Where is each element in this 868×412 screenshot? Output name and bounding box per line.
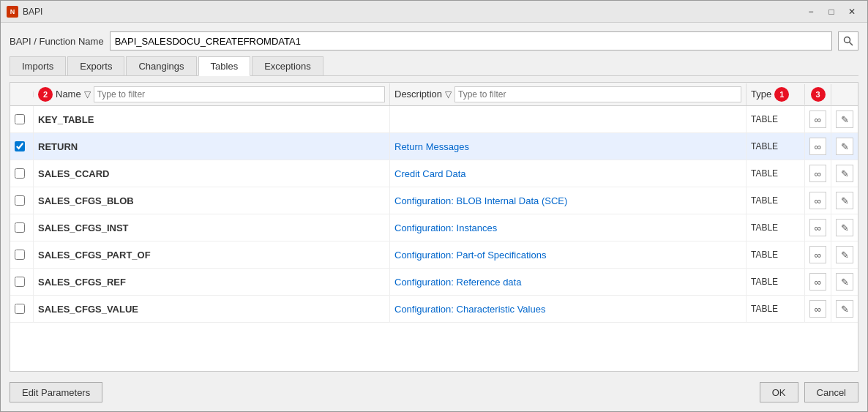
window-title: BAPI	[23, 7, 801, 17]
infinity-button[interactable]: ∞	[809, 192, 826, 209]
infinity-button[interactable]: ∞	[809, 300, 826, 318]
header-name-label: Name	[56, 89, 81, 100]
header-name: 2 Name ▽	[34, 83, 390, 105]
row-checkbox[interactable]	[15, 222, 25, 233]
table-header: 2 Name ▽ Description ▽ Type 1 3	[10, 83, 858, 106]
cancel-button[interactable]: Cancel	[804, 382, 858, 402]
row-edit: ✎	[831, 269, 858, 295]
row-check	[10, 269, 34, 295]
function-name-input[interactable]	[110, 31, 832, 50]
row-edit: ✎	[831, 296, 858, 322]
row-checkbox[interactable]	[15, 304, 25, 314]
row-edit: ✎	[831, 241, 858, 268]
table-body: KEY_TABLE TABLE ∞ ✎ RETURN R	[10, 106, 858, 371]
table-row: SALES_CFGS_VALUE Configuration: Characte…	[10, 296, 858, 323]
description-filter-icon: ▽	[445, 89, 452, 100]
row-edit: ✎	[831, 187, 858, 214]
row-check	[10, 187, 34, 214]
edit-button[interactable]: ✎	[836, 192, 853, 209]
table-row: SALES_CFGS_REF Configuration: Reference …	[10, 269, 858, 296]
header-description: Description ▽	[390, 83, 747, 105]
row-name: SALES_CFGS_VALUE	[34, 296, 390, 322]
footer: Edit Parameters OK Cancel	[10, 378, 858, 402]
edit-button[interactable]: ✎	[836, 300, 853, 318]
row-name: SALES_CFGS_REF	[34, 269, 390, 295]
row-checkbox[interactable]	[15, 250, 25, 260]
row-type: TABLE	[747, 187, 805, 214]
row-checkbox[interactable]	[15, 195, 25, 206]
close-button[interactable]: ✕	[842, 4, 861, 19]
table-row: SALES_CFGS_BLOB Configuration: BLOB Inte…	[10, 187, 858, 214]
row-check	[10, 160, 34, 187]
row-infinity: ∞	[805, 187, 831, 214]
row-type: TABLE	[747, 106, 805, 132]
row-description: Configuration: Instances	[390, 214, 747, 241]
tab-tables[interactable]: Tables	[198, 56, 251, 76]
edit-button[interactable]: ✎	[836, 219, 853, 236]
ok-button[interactable]: OK	[760, 382, 798, 402]
table-row: KEY_TABLE TABLE ∞ ✎	[10, 106, 858, 133]
header-check	[10, 91, 34, 97]
row-infinity: ∞	[805, 133, 831, 160]
tab-imports[interactable]: Imports	[10, 56, 66, 75]
header-actions	[831, 91, 858, 97]
row-infinity: ∞	[805, 269, 831, 295]
infinity-button[interactable]: ∞	[809, 138, 826, 155]
main-content: BAPI / Function Name Imports Exports Cha…	[1, 23, 867, 411]
table-row: SALES_CFGS_PART_OF Configuration: Part-o…	[10, 241, 858, 269]
row-checkbox[interactable]	[15, 168, 25, 179]
name-filter-input[interactable]	[94, 86, 385, 102]
maximize-button[interactable]: □	[822, 4, 841, 19]
type-badge: 1	[774, 87, 789, 102]
row-checkbox[interactable]	[15, 141, 25, 151]
row-name: SALES_CFGS_INST	[34, 214, 390, 241]
row-infinity: ∞	[805, 214, 831, 241]
table-row: RETURN Return Messages TABLE ∞ ✎	[10, 133, 858, 160]
edit-button[interactable]: ✎	[836, 165, 853, 182]
edit-button[interactable]: ✎	[836, 273, 853, 291]
row-type: TABLE	[747, 214, 805, 241]
minimize-button[interactable]: −	[801, 4, 820, 19]
title-bar: N BAPI − □ ✕	[1, 1, 867, 23]
row-name: SALES_CFGS_PART_OF	[34, 241, 390, 268]
table-row: SALES_CCARD Credit Card Data TABLE ∞ ✎	[10, 160, 858, 187]
row-infinity: ∞	[805, 160, 831, 187]
row-type: TABLE	[747, 133, 805, 160]
row-type: TABLE	[747, 269, 805, 295]
row-description: Credit Card Data	[390, 160, 747, 187]
header-type-label: Type	[751, 89, 771, 100]
row-description: Configuration: Characteristic Values	[390, 296, 747, 322]
row-name: SALES_CCARD	[34, 160, 390, 187]
header-description-label: Description	[394, 89, 442, 100]
svg-point-0	[845, 37, 850, 43]
row-checkbox[interactable]	[15, 114, 25, 124]
edit-button[interactable]: ✎	[836, 138, 853, 155]
infinity-button[interactable]: ∞	[809, 219, 826, 236]
tab-exceptions[interactable]: Exceptions	[252, 56, 323, 75]
row-check	[10, 241, 34, 268]
edit-parameters-button[interactable]: Edit Parameters	[10, 382, 102, 402]
footer-right: OK Cancel	[760, 382, 858, 402]
row-description: Configuration: Reference data	[390, 269, 747, 295]
row-edit: ✎	[831, 160, 858, 187]
infinity-button[interactable]: ∞	[809, 246, 826, 263]
row-type: TABLE	[747, 296, 805, 322]
row-checkbox[interactable]	[15, 277, 25, 287]
name-badge: 2	[38, 87, 53, 102]
tab-changings[interactable]: Changings	[126, 56, 196, 75]
row-check	[10, 214, 34, 241]
row-type: TABLE	[747, 160, 805, 187]
infinity-button[interactable]: ∞	[809, 165, 826, 182]
infinity-button[interactable]: ∞	[809, 111, 826, 128]
row-description	[390, 106, 747, 132]
search-button[interactable]	[838, 31, 858, 50]
row-edit: ✎	[831, 133, 858, 160]
search-icon	[843, 36, 853, 46]
edit-button[interactable]: ✎	[836, 246, 853, 263]
function-name-row: BAPI / Function Name	[10, 31, 858, 50]
infinity-button[interactable]: ∞	[809, 273, 826, 291]
edit-button[interactable]: ✎	[836, 111, 853, 128]
tab-exports[interactable]: Exports	[67, 56, 124, 75]
description-filter-input[interactable]	[454, 86, 741, 102]
row-type: TABLE	[747, 241, 805, 268]
